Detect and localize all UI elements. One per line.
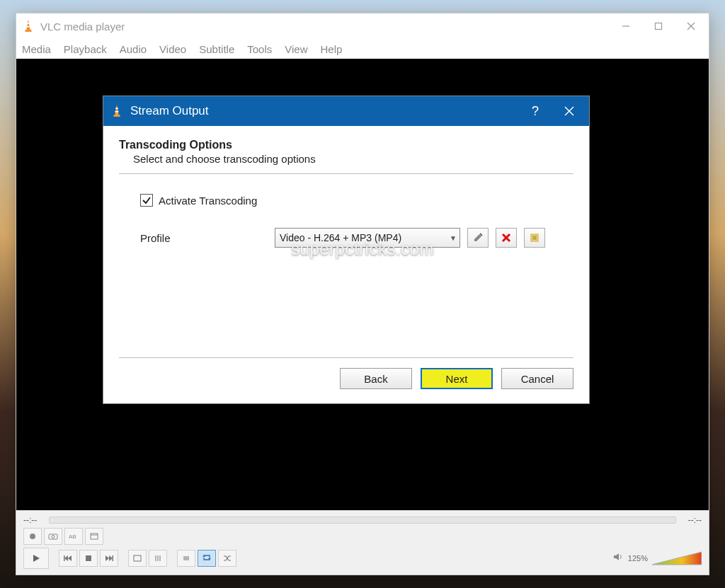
new-profile-button[interactable] — [524, 228, 545, 248]
back-button[interactable]: Back — [340, 368, 412, 389]
extended-settings-button[interactable] — [149, 550, 167, 567]
loop-button[interactable] — [198, 550, 216, 567]
profile-select[interactable]: Video - H.264 + MP3 (MP4) ▼ — [275, 228, 460, 248]
menubar: Media Playback Audio Video Subtitle Tool… — [16, 39, 709, 59]
svg-rect-23 — [113, 115, 120, 117]
svg-rect-13 — [64, 555, 65, 561]
play-button[interactable] — [23, 548, 49, 569]
svg-rect-24 — [115, 108, 118, 110]
svg-rect-14 — [86, 555, 91, 561]
window-title: VLC media player — [40, 21, 610, 33]
record-icon[interactable] — [23, 528, 42, 545]
svg-rect-0 — [25, 30, 31, 32]
svg-text:AB: AB — [69, 534, 76, 540]
svg-rect-16 — [134, 555, 141, 561]
svg-rect-11 — [91, 534, 98, 539]
frame-icon[interactable] — [85, 528, 103, 545]
svg-rect-4 — [656, 23, 662, 30]
chevron-down-icon: ▼ — [450, 234, 457, 242]
divider — [119, 357, 573, 358]
dialog-titlebar: Stream Output ? — [103, 96, 589, 126]
menu-subtitle[interactable]: Subtitle — [199, 43, 234, 55]
main-titlebar: VLC media player — [16, 13, 709, 39]
svg-rect-2 — [27, 26, 30, 28]
dialog-close-button[interactable] — [552, 96, 586, 126]
dialog-help-button[interactable]: ? — [518, 96, 552, 126]
svg-point-7 — [30, 534, 35, 539]
dialog-title: Stream Output — [130, 104, 518, 118]
speaker-icon[interactable] — [612, 552, 624, 565]
atob-icon[interactable]: AB — [64, 528, 83, 545]
delete-profile-button[interactable] — [496, 228, 517, 248]
shuffle-button[interactable] — [218, 550, 236, 567]
minimize-button[interactable] — [610, 16, 642, 37]
window-controls — [610, 16, 707, 37]
maximize-button[interactable] — [642, 16, 675, 37]
profile-select-value: Video - H.264 + MP3 (MP4) — [280, 232, 401, 243]
menu-video[interactable]: Video — [159, 43, 186, 55]
playlist-button[interactable] — [177, 550, 195, 567]
cancel-button[interactable]: Cancel — [501, 368, 573, 389]
volume-slider[interactable] — [652, 550, 702, 566]
seek-slider[interactable] — [49, 517, 676, 524]
close-button[interactable] — [675, 16, 707, 37]
dialog-heading: Transcoding Options — [119, 139, 573, 151]
svg-rect-25 — [115, 111, 119, 113]
volume-percent: 125% — [628, 554, 648, 563]
fullscreen-button[interactable] — [128, 550, 147, 567]
menu-audio[interactable]: Audio — [120, 43, 147, 55]
svg-point-9 — [52, 536, 55, 538]
bottom-bar: --:-- --:-- AB — [16, 510, 709, 575]
next-button[interactable] — [100, 550, 118, 567]
vlc-cone-icon — [110, 103, 123, 119]
menu-playback[interactable]: Playback — [64, 43, 107, 55]
svg-rect-1 — [27, 23, 30, 25]
menu-media[interactable]: Media — [22, 43, 51, 55]
time-elapsed: --:-- — [23, 515, 45, 525]
divider — [119, 173, 573, 174]
edit-profile-button[interactable] — [467, 228, 489, 248]
dialog-subheading: Select and choose transcoding options — [133, 153, 573, 165]
stream-output-dialog: Stream Output ? Transcoding Options Sele… — [103, 96, 590, 404]
vlc-cone-icon — [22, 18, 35, 34]
profile-label: Profile — [140, 232, 268, 244]
menu-view[interactable]: View — [285, 43, 307, 55]
activate-transcoding-checkbox[interactable] — [140, 194, 153, 207]
menu-help[interactable]: Help — [321, 43, 343, 55]
next-button[interactable]: Next — [421, 368, 493, 389]
activate-transcoding-label: Activate Transcoding — [159, 195, 257, 207]
stop-button[interactable] — [79, 550, 98, 567]
time-total: --:-- — [680, 515, 702, 525]
snapshot-icon[interactable] — [44, 528, 62, 545]
svg-rect-15 — [113, 555, 114, 561]
menu-tools[interactable]: Tools — [247, 43, 272, 55]
previous-button[interactable] — [59, 550, 77, 567]
